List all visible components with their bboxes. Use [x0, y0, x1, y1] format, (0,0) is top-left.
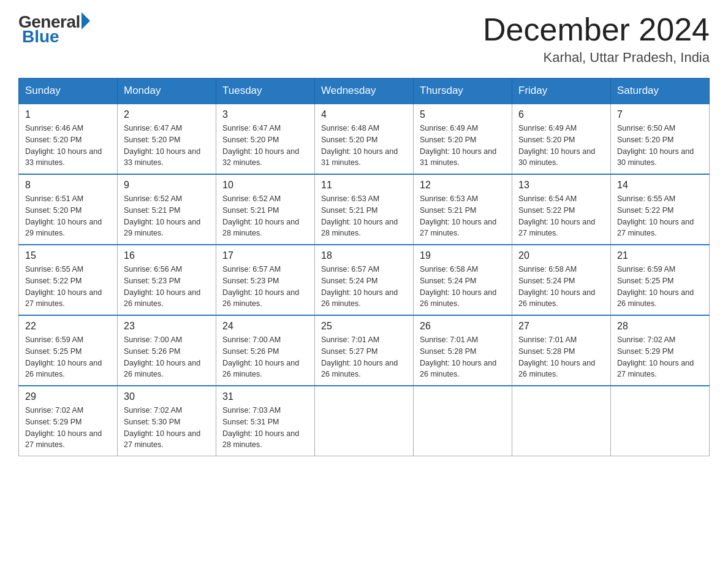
day-number: 4 — [321, 109, 407, 120]
day-info: Sunrise: 7:02 AM Sunset: 5:29 PM Dayligh… — [25, 405, 111, 451]
day-info: Sunrise: 6:53 AM Sunset: 5:21 PM Dayligh… — [321, 193, 407, 239]
day-number: 28 — [617, 321, 703, 332]
day-info: Sunrise: 6:47 AM Sunset: 5:20 PM Dayligh… — [124, 123, 210, 169]
calendar-cell: 24 Sunrise: 7:00 AM Sunset: 5:26 PM Dayl… — [216, 315, 315, 386]
day-number: 9 — [124, 180, 210, 191]
day-info: Sunrise: 7:01 AM Sunset: 5:28 PM Dayligh… — [518, 334, 604, 380]
day-number: 15 — [25, 250, 111, 261]
day-number: 7 — [617, 109, 703, 120]
calendar-cell — [611, 386, 710, 456]
calendar-cell — [414, 386, 512, 456]
day-number: 21 — [617, 250, 703, 261]
calendar-cell: 9 Sunrise: 6:52 AM Sunset: 5:21 PM Dayli… — [118, 174, 216, 245]
day-number: 26 — [420, 321, 506, 332]
calendar-table: Sunday Monday Tuesday Wednesday Thursday… — [18, 78, 710, 456]
day-number: 16 — [124, 250, 210, 261]
day-info: Sunrise: 7:02 AM Sunset: 5:29 PM Dayligh… — [617, 334, 703, 380]
day-number: 30 — [124, 391, 210, 402]
header-row: Sunday Monday Tuesday Wednesday Thursday… — [19, 79, 710, 104]
day-info: Sunrise: 6:47 AM Sunset: 5:20 PM Dayligh… — [222, 123, 308, 169]
calendar-cell: 12 Sunrise: 6:53 AM Sunset: 5:21 PM Dayl… — [414, 174, 512, 245]
day-info: Sunrise: 6:52 AM Sunset: 5:21 PM Dayligh… — [124, 193, 210, 239]
col-friday: Friday — [512, 79, 611, 104]
calendar-cell: 4 Sunrise: 6:48 AM Sunset: 5:20 PM Dayli… — [315, 104, 414, 174]
day-number: 14 — [617, 180, 703, 191]
page-header: General Blue December 2024 Karhal, Uttar… — [18, 12, 710, 66]
day-number: 22 — [25, 321, 111, 332]
day-info: Sunrise: 7:02 AM Sunset: 5:30 PM Dayligh… — [124, 405, 210, 451]
calendar-cell — [512, 386, 611, 456]
day-info: Sunrise: 6:52 AM Sunset: 5:21 PM Dayligh… — [222, 193, 308, 239]
day-number: 8 — [25, 180, 111, 191]
day-number: 10 — [222, 180, 308, 191]
day-info: Sunrise: 6:57 AM Sunset: 5:24 PM Dayligh… — [321, 264, 407, 310]
day-info: Sunrise: 6:51 AM Sunset: 5:20 PM Dayligh… — [25, 193, 111, 239]
calendar-cell: 20 Sunrise: 6:58 AM Sunset: 5:24 PM Dayl… — [512, 245, 611, 315]
calendar-cell: 13 Sunrise: 6:54 AM Sunset: 5:22 PM Dayl… — [512, 174, 611, 245]
day-info: Sunrise: 6:56 AM Sunset: 5:23 PM Dayligh… — [124, 264, 210, 310]
calendar-cell: 27 Sunrise: 7:01 AM Sunset: 5:28 PM Dayl… — [512, 315, 611, 386]
day-info: Sunrise: 6:55 AM Sunset: 5:22 PM Dayligh… — [25, 264, 111, 310]
calendar-cell: 15 Sunrise: 6:55 AM Sunset: 5:22 PM Dayl… — [19, 245, 118, 315]
week-row-5: 29 Sunrise: 7:02 AM Sunset: 5:29 PM Dayl… — [19, 386, 710, 456]
day-info: Sunrise: 6:49 AM Sunset: 5:20 PM Dayligh… — [518, 123, 604, 169]
calendar-cell: 21 Sunrise: 6:59 AM Sunset: 5:25 PM Dayl… — [611, 245, 710, 315]
calendar-cell: 25 Sunrise: 7:01 AM Sunset: 5:27 PM Dayl… — [315, 315, 414, 386]
day-info: Sunrise: 7:00 AM Sunset: 5:26 PM Dayligh… — [124, 334, 210, 380]
day-number: 18 — [321, 250, 407, 261]
calendar-cell: 7 Sunrise: 6:50 AM Sunset: 5:20 PM Dayli… — [611, 104, 710, 174]
calendar-cell: 5 Sunrise: 6:49 AM Sunset: 5:20 PM Dayli… — [414, 104, 512, 174]
calendar-cell: 16 Sunrise: 6:56 AM Sunset: 5:23 PM Dayl… — [118, 245, 216, 315]
day-number: 20 — [518, 250, 604, 261]
day-info: Sunrise: 6:46 AM Sunset: 5:20 PM Dayligh… — [25, 123, 111, 169]
day-number: 11 — [321, 180, 407, 191]
calendar-cell: 8 Sunrise: 6:51 AM Sunset: 5:20 PM Dayli… — [19, 174, 118, 245]
day-number: 17 — [222, 250, 308, 261]
calendar-cell: 22 Sunrise: 6:59 AM Sunset: 5:25 PM Dayl… — [19, 315, 118, 386]
day-number: 1 — [25, 109, 111, 120]
calendar-cell: 11 Sunrise: 6:53 AM Sunset: 5:21 PM Dayl… — [315, 174, 414, 245]
logo-triangle-icon — [82, 12, 90, 29]
day-info: Sunrise: 6:48 AM Sunset: 5:20 PM Dayligh… — [321, 123, 407, 169]
day-number: 29 — [25, 391, 111, 402]
calendar-cell: 2 Sunrise: 6:47 AM Sunset: 5:20 PM Dayli… — [118, 104, 216, 174]
calendar-cell: 17 Sunrise: 6:57 AM Sunset: 5:23 PM Dayl… — [216, 245, 315, 315]
calendar-cell: 10 Sunrise: 6:52 AM Sunset: 5:21 PM Dayl… — [216, 174, 315, 245]
calendar-cell: 23 Sunrise: 7:00 AM Sunset: 5:26 PM Dayl… — [118, 315, 216, 386]
day-info: Sunrise: 6:59 AM Sunset: 5:25 PM Dayligh… — [25, 334, 111, 380]
day-number: 27 — [518, 321, 604, 332]
day-info: Sunrise: 6:50 AM Sunset: 5:20 PM Dayligh… — [617, 123, 703, 169]
day-info: Sunrise: 6:59 AM Sunset: 5:25 PM Dayligh… — [617, 264, 703, 310]
day-info: Sunrise: 6:58 AM Sunset: 5:24 PM Dayligh… — [518, 264, 604, 310]
day-info: Sunrise: 6:49 AM Sunset: 5:20 PM Dayligh… — [420, 123, 506, 169]
calendar-cell: 1 Sunrise: 6:46 AM Sunset: 5:20 PM Dayli… — [19, 104, 118, 174]
day-number: 2 — [124, 109, 210, 120]
day-info: Sunrise: 6:53 AM Sunset: 5:21 PM Dayligh… — [420, 193, 506, 239]
calendar-cell: 6 Sunrise: 6:49 AM Sunset: 5:20 PM Dayli… — [512, 104, 611, 174]
day-info: Sunrise: 7:00 AM Sunset: 5:26 PM Dayligh… — [222, 334, 308, 380]
day-info: Sunrise: 7:03 AM Sunset: 5:31 PM Dayligh… — [222, 405, 308, 451]
logo: General Blue — [18, 12, 90, 47]
location-title: Karhal, Uttar Pradesh, India — [483, 50, 710, 66]
calendar-cell: 28 Sunrise: 7:02 AM Sunset: 5:29 PM Dayl… — [611, 315, 710, 386]
calendar-cell: 30 Sunrise: 7:02 AM Sunset: 5:30 PM Dayl… — [118, 386, 216, 456]
day-number: 6 — [518, 109, 604, 120]
col-thursday: Thursday — [414, 79, 512, 104]
col-sunday: Sunday — [19, 79, 118, 104]
day-number: 19 — [420, 250, 506, 261]
week-row-3: 15 Sunrise: 6:55 AM Sunset: 5:22 PM Dayl… — [19, 245, 710, 315]
col-tuesday: Tuesday — [216, 79, 315, 104]
day-number: 31 — [222, 391, 308, 402]
calendar-cell: 14 Sunrise: 6:55 AM Sunset: 5:22 PM Dayl… — [611, 174, 710, 245]
title-section: December 2024 Karhal, Uttar Pradesh, Ind… — [483, 12, 710, 66]
calendar-cell: 3 Sunrise: 6:47 AM Sunset: 5:20 PM Dayli… — [216, 104, 315, 174]
day-number: 23 — [124, 321, 210, 332]
calendar-cell — [315, 386, 414, 456]
day-info: Sunrise: 6:54 AM Sunset: 5:22 PM Dayligh… — [518, 193, 604, 239]
day-number: 5 — [420, 109, 506, 120]
calendar-cell: 29 Sunrise: 7:02 AM Sunset: 5:29 PM Dayl… — [19, 386, 118, 456]
col-monday: Monday — [118, 79, 216, 104]
day-info: Sunrise: 6:55 AM Sunset: 5:22 PM Dayligh… — [617, 193, 703, 239]
day-info: Sunrise: 6:58 AM Sunset: 5:24 PM Dayligh… — [420, 264, 506, 310]
calendar-cell: 26 Sunrise: 7:01 AM Sunset: 5:28 PM Dayl… — [414, 315, 512, 386]
